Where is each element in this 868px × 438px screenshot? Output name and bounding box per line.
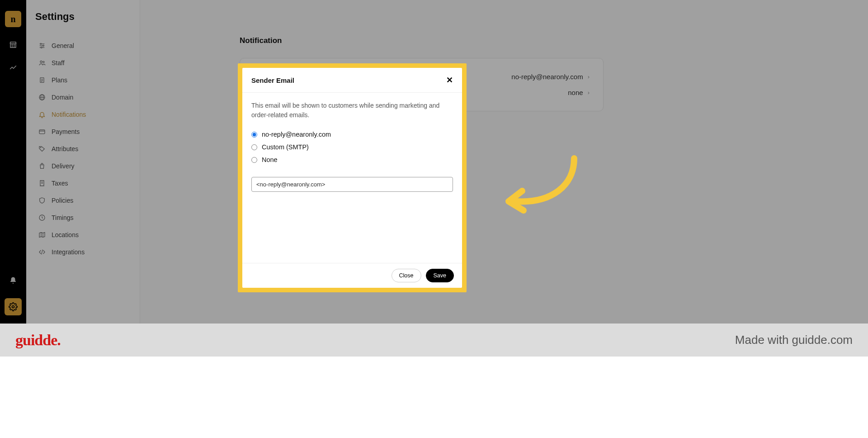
sidebar-item-label: Integrations (52, 248, 85, 256)
close-icon[interactable]: ✕ (446, 75, 453, 85)
sidebar-item-payments[interactable]: Payments (35, 123, 132, 140)
sidebar-item-label: Domain (52, 94, 73, 101)
row-value: no-reply@nearonly.com (511, 73, 583, 81)
sidebar-item-label: Delivery (52, 162, 75, 170)
svg-point-17 (40, 147, 41, 148)
chevron-right-icon: › (588, 89, 590, 96)
globe-icon (38, 93, 46, 101)
radio-input[interactable] (251, 157, 257, 163)
code-icon (38, 248, 46, 256)
radio-label: Custom (SMTP) (262, 143, 309, 151)
logo-letter: n (10, 14, 15, 24)
svg-point-8 (43, 61, 44, 62)
radio-option-smtp[interactable]: Custom (SMTP) (251, 143, 453, 151)
analytics-icon[interactable] (8, 62, 18, 72)
wallet-icon (38, 128, 46, 136)
svg-point-4 (40, 43, 42, 45)
svg-point-6 (41, 47, 42, 48)
clipboard-icon (38, 76, 46, 84)
section-title: Notification (240, 36, 841, 45)
modal-header: Sender Email ✕ (242, 68, 462, 93)
sidebar-item-plans[interactable]: Plans (35, 71, 132, 89)
store-icon[interactable] (8, 40, 18, 50)
sidebar-item-label: Notifications (52, 111, 86, 118)
clock-icon (38, 214, 46, 222)
page-title: Settings (35, 11, 132, 23)
bell-icon (38, 110, 46, 119)
sidebar-item-general[interactable]: General (35, 37, 132, 54)
close-button[interactable]: Close (392, 269, 421, 282)
sidebar-item-delivery[interactable]: Delivery (35, 157, 132, 175)
sidebar-item-label: General (52, 42, 74, 49)
tag-icon (38, 145, 46, 153)
users-icon (38, 59, 46, 67)
receipt-icon (38, 179, 46, 187)
settings-icon[interactable] (5, 298, 22, 315)
sliders-icon (38, 42, 46, 50)
radio-label: None (262, 156, 278, 163)
radio-label: no-reply@nearonly.com (262, 131, 331, 138)
bell-icon[interactable] (8, 276, 18, 286)
app-logo[interactable]: n (5, 11, 21, 27)
sidebar-item-notifications[interactable]: Notifications (35, 106, 132, 123)
sender-email-input[interactable] (251, 177, 453, 192)
radio-input[interactable] (251, 144, 257, 150)
annotation-arrow-icon (497, 154, 583, 217)
modal-body: This email will be shown to customers wh… (242, 93, 462, 263)
svg-rect-16 (39, 130, 45, 134)
radio-input[interactable] (251, 132, 257, 138)
chevron-right-icon: › (588, 73, 590, 80)
save-button[interactable]: Save (426, 269, 454, 282)
sidebar-item-attributes[interactable]: Attributes (35, 140, 132, 157)
sidebar-item-integrations[interactable]: Integrations (35, 243, 132, 261)
footer-banner: guidde. Made with guidde.com (0, 324, 868, 357)
modal-description: This email will be shown to customers wh… (251, 101, 453, 120)
modal-title: Sender Email (251, 76, 294, 84)
sidebar-item-label: Locations (52, 231, 79, 238)
sender-email-modal: Sender Email ✕ This email will be shown … (242, 68, 462, 288)
modal-highlight-border: Sender Email ✕ This email will be shown … (238, 63, 467, 292)
modal-footer: Close Save (242, 263, 462, 288)
svg-point-7 (40, 61, 42, 62)
sidebar-item-policies[interactable]: Policies (35, 192, 132, 209)
sidebar-item-label: Timings (52, 214, 74, 221)
icon-rail: n (0, 0, 26, 324)
sidebar-item-taxes[interactable]: Taxes (35, 175, 132, 192)
sidebar-item-timings[interactable]: Timings (35, 209, 132, 226)
sidebar-item-domain[interactable]: Domain (35, 89, 132, 106)
svg-point-5 (42, 45, 44, 47)
sidebar-item-staff[interactable]: Staff (35, 54, 132, 71)
sidebar-item-locations[interactable]: Locations (35, 226, 132, 243)
radio-option-none[interactable]: None (251, 156, 453, 163)
row-value: none (568, 89, 583, 96)
sidebar-item-label: Plans (52, 76, 67, 84)
madewith-text: Made with guidde.com (735, 333, 853, 347)
sidebar-item-label: Attributes (52, 145, 78, 152)
sidebar-item-label: Taxes (52, 180, 68, 187)
sidebar-item-label: Payments (52, 128, 80, 135)
brand-logo: guidde. (15, 332, 61, 349)
sidebar-item-label: Staff (52, 59, 65, 67)
shield-icon (38, 196, 46, 205)
bag-icon (38, 162, 46, 170)
sidebar-item-label: Policies (52, 197, 73, 204)
settings-nav: Settings General Staff Plans Domain Noti… (26, 0, 140, 324)
svg-point-0 (12, 306, 14, 308)
radio-option-default[interactable]: no-reply@nearonly.com (251, 131, 453, 138)
map-icon (38, 231, 46, 239)
